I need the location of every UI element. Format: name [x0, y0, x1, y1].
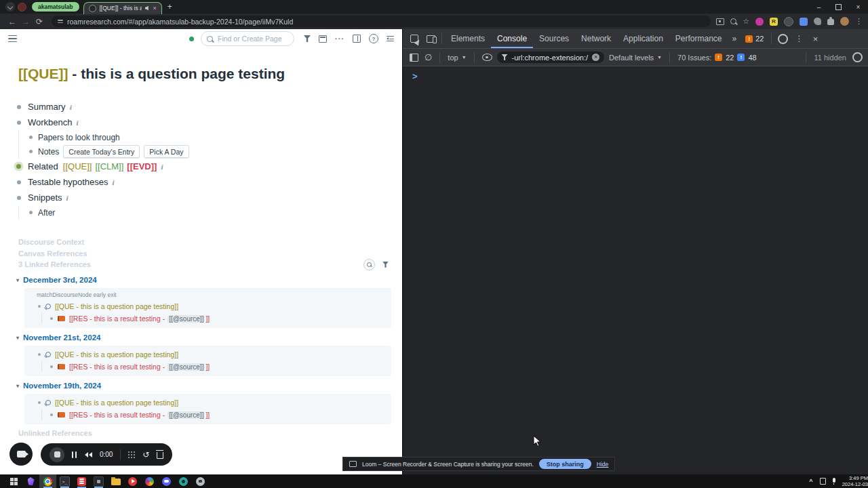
context-selector[interactable]: top ▼: [448, 54, 466, 62]
tray-app-icon[interactable]: [820, 478, 826, 485]
bullet-icon[interactable]: [29, 211, 33, 214]
collapse-caret-icon[interactable]: ▾: [16, 277, 19, 283]
taskbar-file-explorer[interactable]: [107, 474, 124, 488]
bullet-icon[interactable]: [29, 136, 33, 139]
taskbar-terminal[interactable]: >_: [56, 474, 73, 488]
que-ref-link[interactable]: [[QUE - this is a question page testing]…: [55, 399, 178, 407]
tab-console[interactable]: Console: [491, 29, 533, 48]
res-ref-link[interactable]: [[RES - this is a result testing - [[@so…: [69, 363, 210, 371]
source-chip[interactable]: [[@source]]: [167, 363, 205, 371]
console-sidebar-toggle[interactable]: [408, 49, 420, 66]
site-info-icon[interactable]: [58, 20, 63, 23]
bullet-icon[interactable]: [17, 105, 21, 109]
bullet-icon[interactable]: [50, 365, 53, 368]
drag-handle-icon[interactable]: [128, 451, 130, 453]
taskbar-red-app[interactable]: [73, 474, 90, 488]
device-toolbar-button[interactable]: [422, 30, 439, 47]
tab-network[interactable]: Network: [575, 29, 617, 48]
more-tabs-button[interactable]: »: [728, 34, 741, 43]
ref-date-link[interactable]: ▾ December 3rd, 2024: [16, 275, 402, 285]
taskbar-teal-app[interactable]: [175, 474, 192, 488]
block-hypotheses[interactable]: Testable hypotheses i: [17, 174, 402, 190]
address-bar[interactable]: roamresearch.com/#/app/akamatsulab-backu…: [52, 16, 711, 27]
section-linked-references[interactable]: 3 Linked References: [18, 259, 402, 270]
taskbar-chrome[interactable]: [39, 474, 56, 488]
info-icon[interactable]: i: [70, 103, 72, 111]
source-chip[interactable]: [[@source]]: [167, 315, 205, 323]
forward-button[interactable]: →: [19, 17, 33, 26]
taskbar-obsidian[interactable]: [22, 474, 39, 488]
res-ref-link[interactable]: [[RES - this is a result testing - [[@so…: [69, 314, 210, 323]
info-icon[interactable]: i: [66, 194, 68, 202]
tab-application[interactable]: Application: [617, 29, 669, 48]
block-related[interactable]: Related [[QUE]] [[CLM]] [[EVD]] i: [17, 159, 402, 174]
section-unlinked-references[interactable]: Unlinked References: [18, 428, 402, 439]
hidden-messages-label[interactable]: 11 hidden: [814, 54, 846, 62]
extensions-puzzle-icon[interactable]: [827, 19, 834, 25]
hidden-icons-button[interactable]: ^: [809, 478, 812, 485]
bullet-collapsed-icon[interactable]: [16, 164, 21, 169]
page-title-tag[interactable]: [[QUE]]: [18, 66, 68, 81]
window-close-button[interactable]: ×: [848, 0, 868, 14]
console-output[interactable]: >: [403, 66, 868, 474]
ref-date-link[interactable]: ▾ November 21st, 2024: [16, 333, 402, 343]
window-minimize-button[interactable]: –: [809, 0, 829, 14]
bullet-icon[interactable]: [17, 196, 21, 200]
log-levels-selector[interactable]: Default levels ▼: [609, 54, 662, 62]
block-snippets[interactable]: Snippets i: [17, 190, 402, 205]
taskbar-clock[interactable]: 3:49 PM 2024-12-03: [842, 475, 868, 487]
bookmark-star-icon[interactable]: ☆: [743, 18, 749, 25]
extension-roam-icon[interactable]: R: [770, 18, 778, 26]
que-ref-link[interactable]: [[QUE - this is a question page testing]…: [55, 302, 178, 310]
collapse-caret-icon[interactable]: ▾: [16, 335, 19, 341]
block-papers[interactable]: Papers to look through: [29, 130, 402, 144]
devtools-settings-button[interactable]: [774, 30, 791, 47]
pause-button[interactable]: [72, 451, 77, 458]
source-chip[interactable]: [[@source]]: [167, 411, 205, 419]
info-icon[interactable]: i: [113, 178, 115, 186]
taskbar-media-app[interactable]: [124, 474, 141, 488]
window-maximize-button[interactable]: [829, 0, 848, 14]
ref-res-row[interactable]: [[RES - this is a result testing - [[@so…: [50, 361, 386, 372]
rewind-button[interactable]: [84, 452, 92, 458]
res-ref-link[interactable]: [[RES - this is a result testing - [[@so…: [69, 411, 210, 419]
more-menu-icon[interactable]: ···: [335, 35, 344, 43]
collapse-caret-icon[interactable]: ▾: [16, 383, 19, 389]
share-screen-icon[interactable]: [716, 18, 724, 25]
pick-a-day-button[interactable]: Pick A Day: [144, 145, 189, 158]
search-input[interactable]: [216, 34, 288, 43]
clear-console-button[interactable]: ∅: [425, 53, 432, 62]
filter-references-icon[interactable]: [382, 262, 389, 268]
taskbar-dark-app[interactable]: [90, 474, 107, 488]
tab-sources[interactable]: Sources: [533, 29, 575, 48]
reload-button[interactable]: ⟳: [33, 17, 46, 26]
tab-group-label[interactable]: akamatsulab: [32, 2, 79, 12]
tab-audio-icon[interactable]: [145, 6, 150, 11]
browser-menu-icon[interactable]: ⋮: [855, 17, 863, 26]
bullet-icon[interactable]: [38, 401, 41, 404]
right-sidebar-icon[interactable]: [387, 35, 394, 42]
inspect-element-button[interactable]: [406, 30, 422, 47]
bullet-icon[interactable]: [50, 317, 53, 320]
microphone-icon[interactable]: [833, 478, 835, 483]
que-ref-link[interactable]: [[QUE - this is a question page testing]…: [55, 350, 178, 359]
console-settings-button[interactable]: [851, 49, 863, 66]
tab-close-icon[interactable]: ×: [153, 5, 157, 12]
bullet-icon[interactable]: [29, 150, 33, 153]
hide-share-bar-link[interactable]: Hide: [597, 461, 608, 468]
section-discourse-context[interactable]: Discourse Context: [18, 237, 402, 248]
page-ref-clm[interactable]: [[CLM]]: [95, 161, 123, 171]
find-or-create-search[interactable]: [201, 31, 294, 46]
tab-elements[interactable]: Elements: [445, 29, 491, 48]
new-tab-button[interactable]: +: [167, 2, 172, 12]
info-icon[interactable]: i: [77, 119, 79, 127]
extension-blue-icon[interactable]: [800, 18, 808, 26]
help-icon[interactable]: ?: [369, 34, 378, 43]
hamburger-menu-icon[interactable]: [8, 35, 17, 43]
ref-res-row[interactable]: [[RES - this is a result testing - [[@so…: [50, 409, 386, 420]
stop-recording-button[interactable]: [50, 447, 64, 462]
ref-que-row[interactable]: [[QUE - this is a question page testing]…: [38, 301, 386, 312]
bullet-icon[interactable]: [17, 121, 21, 125]
ref-date-link[interactable]: ▾ November 19th, 2024: [16, 381, 402, 391]
start-button[interactable]: [5, 474, 22, 488]
